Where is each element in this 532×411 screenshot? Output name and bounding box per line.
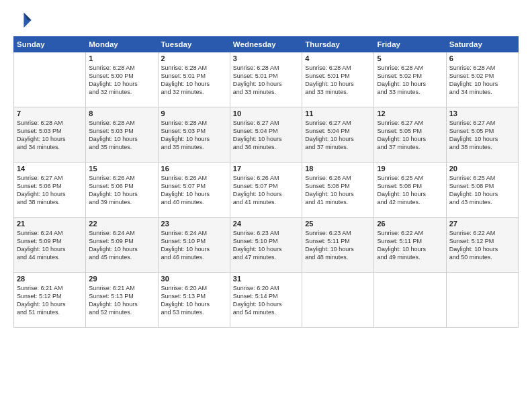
calendar-cell: 25Sunrise: 6:23 AM Sunset: 5:11 PM Dayli… bbox=[302, 218, 374, 273]
calendar-cell: 31Sunrise: 6:20 AM Sunset: 5:14 PM Dayli… bbox=[230, 273, 302, 328]
calendar-cell: 16Sunrise: 6:26 AM Sunset: 5:07 PM Dayli… bbox=[158, 163, 230, 218]
day-number: 16 bbox=[161, 165, 227, 173]
col-header-sunday: Sunday bbox=[14, 37, 86, 52]
calendar-cell: 28Sunrise: 6:21 AM Sunset: 5:12 PM Dayli… bbox=[14, 273, 86, 328]
day-number: 15 bbox=[89, 165, 154, 173]
day-number: 11 bbox=[305, 109, 371, 118]
cell-info: Sunrise: 6:22 AM Sunset: 5:11 PM Dayligh… bbox=[377, 229, 443, 262]
cell-info: Sunrise: 6:28 AM Sunset: 5:03 PM Dayligh… bbox=[17, 119, 83, 152]
day-number: 29 bbox=[89, 275, 154, 283]
cell-info: Sunrise: 6:25 AM Sunset: 5:08 PM Dayligh… bbox=[449, 174, 515, 207]
day-number: 13 bbox=[449, 109, 515, 118]
week-row-4: 21Sunrise: 6:24 AM Sunset: 5:09 PM Dayli… bbox=[14, 218, 519, 273]
header-row: SundayMondayTuesdayWednesdayThursdayFrid… bbox=[14, 37, 519, 52]
day-number: 31 bbox=[233, 275, 299, 283]
day-number: 24 bbox=[233, 220, 299, 228]
calendar-cell: 13Sunrise: 6:27 AM Sunset: 5:05 PM Dayli… bbox=[446, 107, 518, 163]
calendar-cell: 20Sunrise: 6:25 AM Sunset: 5:08 PM Dayli… bbox=[446, 163, 518, 218]
day-number: 17 bbox=[233, 165, 299, 173]
cell-info: Sunrise: 6:21 AM Sunset: 5:13 PM Dayligh… bbox=[89, 284, 154, 317]
cell-info: Sunrise: 6:27 AM Sunset: 5:06 PM Dayligh… bbox=[17, 174, 83, 207]
week-row-3: 14Sunrise: 6:27 AM Sunset: 5:06 PM Dayli… bbox=[14, 163, 519, 218]
col-header-thursday: Thursday bbox=[302, 37, 374, 52]
day-number: 18 bbox=[305, 165, 371, 173]
col-header-tuesday: Tuesday bbox=[158, 37, 230, 52]
cell-info: Sunrise: 6:23 AM Sunset: 5:11 PM Dayligh… bbox=[305, 229, 371, 262]
week-row-2: 7Sunrise: 6:28 AM Sunset: 5:03 PM Daylig… bbox=[14, 107, 519, 163]
day-number: 27 bbox=[449, 220, 515, 228]
day-number: 20 bbox=[449, 165, 515, 173]
calendar-cell: 19Sunrise: 6:25 AM Sunset: 5:08 PM Dayli… bbox=[374, 163, 446, 218]
cell-info: Sunrise: 6:26 AM Sunset: 5:06 PM Dayligh… bbox=[89, 174, 154, 207]
cell-info: Sunrise: 6:20 AM Sunset: 5:14 PM Dayligh… bbox=[233, 284, 299, 317]
cell-info: Sunrise: 6:28 AM Sunset: 5:03 PM Dayligh… bbox=[161, 119, 227, 152]
day-number: 19 bbox=[377, 165, 443, 173]
day-number: 3 bbox=[233, 54, 299, 62]
calendar-cell: 24Sunrise: 6:23 AM Sunset: 5:10 PM Dayli… bbox=[230, 218, 302, 273]
cell-info: Sunrise: 6:28 AM Sunset: 5:01 PM Dayligh… bbox=[305, 64, 371, 97]
cell-info: Sunrise: 6:28 AM Sunset: 5:00 PM Dayligh… bbox=[89, 64, 154, 97]
calendar-cell: 23Sunrise: 6:24 AM Sunset: 5:10 PM Dayli… bbox=[158, 218, 230, 273]
cell-info: Sunrise: 6:22 AM Sunset: 5:12 PM Dayligh… bbox=[449, 229, 515, 262]
day-number: 2 bbox=[161, 54, 227, 62]
calendar-cell: 12Sunrise: 6:27 AM Sunset: 5:05 PM Dayli… bbox=[374, 107, 446, 163]
calendar-cell: 17Sunrise: 6:26 AM Sunset: 5:07 PM Dayli… bbox=[230, 163, 302, 218]
day-number: 14 bbox=[17, 165, 83, 173]
col-header-friday: Friday bbox=[374, 37, 446, 52]
day-number: 28 bbox=[17, 275, 83, 283]
calendar-cell: 26Sunrise: 6:22 AM Sunset: 5:11 PM Dayli… bbox=[374, 218, 446, 273]
day-number: 26 bbox=[377, 220, 443, 228]
calendar-cell: 27Sunrise: 6:22 AM Sunset: 5:12 PM Dayli… bbox=[446, 218, 518, 273]
calendar-cell: 5Sunrise: 6:28 AM Sunset: 5:02 PM Daylig… bbox=[374, 52, 446, 107]
cell-info: Sunrise: 6:26 AM Sunset: 5:07 PM Dayligh… bbox=[233, 174, 299, 207]
day-number: 12 bbox=[377, 109, 443, 118]
cell-info: Sunrise: 6:28 AM Sunset: 5:01 PM Dayligh… bbox=[233, 64, 299, 97]
calendar-cell: 29Sunrise: 6:21 AM Sunset: 5:13 PM Dayli… bbox=[86, 273, 158, 328]
col-header-monday: Monday bbox=[86, 37, 158, 52]
calendar-cell: 11Sunrise: 6:27 AM Sunset: 5:04 PM Dayli… bbox=[302, 107, 374, 163]
cell-info: Sunrise: 6:24 AM Sunset: 5:10 PM Dayligh… bbox=[161, 229, 227, 262]
logo-icon bbox=[13, 11, 32, 30]
day-number: 7 bbox=[17, 109, 83, 118]
calendar-cell: 8Sunrise: 6:28 AM Sunset: 5:03 PM Daylig… bbox=[86, 107, 158, 163]
calendar-table: SundayMondayTuesdayWednesdayThursdayFrid… bbox=[13, 36, 519, 328]
calendar-cell: 10Sunrise: 6:27 AM Sunset: 5:04 PM Dayli… bbox=[230, 107, 302, 163]
day-number: 8 bbox=[89, 109, 154, 118]
calendar-cell: 21Sunrise: 6:24 AM Sunset: 5:09 PM Dayli… bbox=[14, 218, 86, 273]
calendar-cell bbox=[446, 273, 518, 328]
day-number: 5 bbox=[377, 54, 443, 62]
day-number: 10 bbox=[233, 109, 299, 118]
cell-info: Sunrise: 6:20 AM Sunset: 5:13 PM Dayligh… bbox=[161, 284, 227, 317]
day-number: 6 bbox=[449, 54, 515, 62]
week-row-5: 28Sunrise: 6:21 AM Sunset: 5:12 PM Dayli… bbox=[14, 273, 519, 328]
cell-info: Sunrise: 6:28 AM Sunset: 5:01 PM Dayligh… bbox=[161, 64, 227, 97]
cell-info: Sunrise: 6:27 AM Sunset: 5:05 PM Dayligh… bbox=[377, 119, 443, 152]
day-number: 22 bbox=[89, 220, 154, 228]
calendar-cell bbox=[302, 273, 374, 328]
calendar-cell: 3Sunrise: 6:28 AM Sunset: 5:01 PM Daylig… bbox=[230, 52, 302, 107]
cell-info: Sunrise: 6:25 AM Sunset: 5:08 PM Dayligh… bbox=[377, 174, 443, 207]
day-number: 21 bbox=[17, 220, 83, 228]
cell-info: Sunrise: 6:27 AM Sunset: 5:04 PM Dayligh… bbox=[233, 119, 299, 152]
day-number: 4 bbox=[305, 54, 371, 62]
cell-info: Sunrise: 6:28 AM Sunset: 5:02 PM Dayligh… bbox=[377, 64, 443, 97]
calendar-cell: 15Sunrise: 6:26 AM Sunset: 5:06 PM Dayli… bbox=[86, 163, 158, 218]
col-header-saturday: Saturday bbox=[446, 37, 518, 52]
cell-info: Sunrise: 6:26 AM Sunset: 5:07 PM Dayligh… bbox=[161, 174, 227, 207]
cell-info: Sunrise: 6:26 AM Sunset: 5:08 PM Dayligh… bbox=[305, 174, 371, 207]
week-row-1: 1Sunrise: 6:28 AM Sunset: 5:00 PM Daylig… bbox=[14, 52, 519, 107]
cell-info: Sunrise: 6:28 AM Sunset: 5:03 PM Dayligh… bbox=[89, 119, 154, 152]
logo bbox=[13, 11, 35, 30]
cell-info: Sunrise: 6:27 AM Sunset: 5:04 PM Dayligh… bbox=[305, 119, 371, 152]
day-number: 1 bbox=[89, 54, 154, 62]
calendar-cell: 30Sunrise: 6:20 AM Sunset: 5:13 PM Dayli… bbox=[158, 273, 230, 328]
day-number: 30 bbox=[161, 275, 227, 283]
calendar-cell bbox=[374, 273, 446, 328]
cell-info: Sunrise: 6:27 AM Sunset: 5:05 PM Dayligh… bbox=[449, 119, 515, 152]
col-header-wednesday: Wednesday bbox=[230, 37, 302, 52]
cell-info: Sunrise: 6:21 AM Sunset: 5:12 PM Dayligh… bbox=[17, 284, 83, 317]
calendar-cell: 14Sunrise: 6:27 AM Sunset: 5:06 PM Dayli… bbox=[14, 163, 86, 218]
cell-info: Sunrise: 6:23 AM Sunset: 5:10 PM Dayligh… bbox=[233, 229, 299, 262]
day-number: 25 bbox=[305, 220, 371, 228]
calendar-cell bbox=[14, 52, 86, 107]
